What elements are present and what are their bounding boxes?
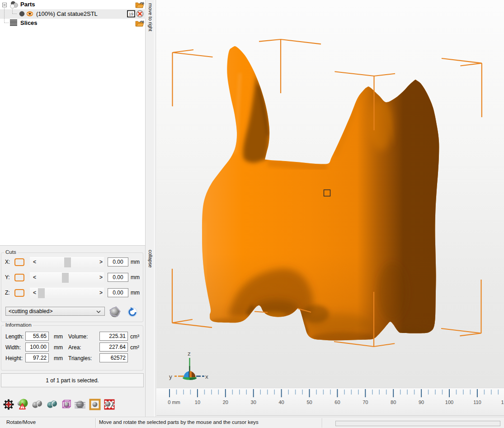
- svg-text:80: 80: [391, 399, 396, 405]
- svg-text:30: 30: [251, 399, 256, 405]
- svg-text:50: 50: [306, 399, 312, 405]
- svg-text:10: 10: [195, 399, 200, 405]
- svg-text:90: 90: [419, 399, 424, 405]
- svg-text:120: 120: [501, 399, 504, 405]
- svg-text:z: z: [188, 350, 191, 357]
- svg-text:100: 100: [445, 399, 453, 405]
- svg-text:110: 110: [473, 399, 481, 405]
- svg-text:0 mm: 0 mm: [168, 399, 180, 405]
- svg-text:x: x: [205, 373, 208, 380]
- svg-text:y: y: [169, 373, 172, 380]
- svg-text:60: 60: [334, 399, 340, 405]
- svg-text:20: 20: [223, 399, 228, 405]
- svg-text:70: 70: [363, 399, 368, 405]
- svg-text:40: 40: [278, 399, 284, 405]
